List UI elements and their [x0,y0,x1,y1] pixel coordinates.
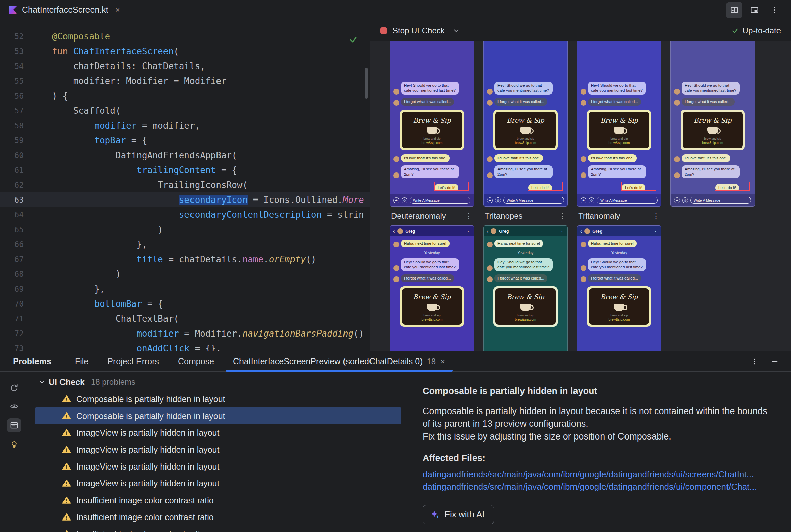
code-line[interactable]: 71 ChatTextBar( [0,311,370,326]
code-line[interactable]: 65 ) [0,222,370,237]
phone-preview[interactable]: ‹Greg⋮Haha, next time for sure!Yesterday… [577,226,661,351]
problem-row[interactable]: Composable is partially hidden in layout [35,391,401,407]
tab-project-errors[interactable]: Project Errors [98,352,168,371]
code-line[interactable]: 54 chatDetails: ChatDetails, [0,59,370,74]
problem-row[interactable]: Insufficient image color contrast ratio [35,509,401,526]
split-editor-icon[interactable] [726,2,742,18]
more-vertical-icon[interactable]: ⋮ [560,229,564,234]
code-line[interactable]: 57 Scaffold( [0,103,370,118]
code-line[interactable]: 68 ) [0,267,370,282]
more-vertical-icon[interactable]: ⋮ [652,211,660,221]
chat-message: Haha, next time for sure! [393,240,471,247]
code-line[interactable]: 63 secondaryIcon = Icons.Outlined.More [0,192,370,207]
code-line[interactable]: 70 bottomBar = { [0,297,370,311]
tab-compose[interactable]: Compose [168,352,224,371]
phone-preview[interactable]: Hey! Should we go to that cafe you menti… [390,41,474,207]
preview-window-icon[interactable] [747,2,762,18]
tab-chatinterfacescreenpreview-sortedchatdetails-0[interactable]: ChatInterfaceScreenPreview (sortedChatDe… [224,352,455,371]
chat-message: Hey! Should we go to that cafe you menti… [487,82,564,95]
code-line[interactable]: 52@Composable [0,29,370,44]
tab-file[interactable]: File [66,352,98,371]
more-vertical-icon[interactable] [767,2,783,18]
problem-row[interactable]: Insufficient image color contrast ratio [35,492,401,509]
inspections-ok-icon[interactable] [349,35,358,46]
problem-row[interactable]: ImageView is partially hidden in layout [35,441,401,458]
add-icon[interactable]: + [393,197,399,203]
editor-scrollbar[interactable] [365,68,368,99]
ui-check-issue-highlight: Let's do it! [434,182,469,191]
code-line[interactable]: 62 TrailingIconsRow( [0,177,370,192]
code-line[interactable]: 58 modifier = modifier, [0,118,370,133]
emoji-icon[interactable]: ☺ [402,197,407,203]
add-icon[interactable]: + [581,197,586,203]
tab-problems[interactable]: Problems [3,352,61,371]
problem-row[interactable]: Insufficient text color contrast ratio [35,526,401,532]
more-vertical-icon[interactable]: ⋮ [653,229,658,234]
chat-header: ‹Greg⋮ [390,226,474,236]
problem-row[interactable]: Composable is partially hidden in layout [35,407,401,424]
message-input[interactable]: Write A Message [503,197,564,204]
chevron-down-icon[interactable] [450,25,462,37]
back-icon[interactable]: ‹ [487,229,489,234]
fix-with-ai-button[interactable]: Fix with AI [423,505,494,524]
refresh-icon[interactable] [7,380,21,395]
problem-row[interactable]: ImageView is partially hidden in layout [35,475,401,492]
warning-icon [62,479,71,488]
phone-preview[interactable]: Hey! Should we go to that cafe you menti… [577,41,661,207]
code-line[interactable]: 73 onAddClick = {}, [0,341,370,351]
line-number: 70 [0,297,36,311]
back-icon[interactable]: ‹ [580,229,582,234]
problem-row[interactable]: ImageView is partially hidden in layout [35,458,401,475]
code-line[interactable]: 59 topBar = { [0,133,370,148]
affected-file-link[interactable]: datingandfriends/src/main/java/com/ibm/g… [423,468,776,481]
phone-preview[interactable]: ‹Greg⋮Haha, next time for sure!Yesterday… [390,226,474,351]
code-line[interactable]: 53fun ChatInterfaceScreen( [0,44,370,59]
ui-check-group-row[interactable]: UI Check 18 problems [35,374,410,391]
code-line[interactable]: 67 title = chatDetails.name.orEmpty() [0,252,370,267]
affected-file-link[interactable]: datingandfriends/src/main/java/com/ibm/g… [423,481,776,494]
stop-ui-check-button[interactable]: Stop UI Check [380,26,445,35]
line-number: 63 [0,192,36,207]
code-line[interactable]: 69 }, [0,282,370,297]
message-input[interactable]: Write A Message [597,197,658,204]
code-text: bottomBar = { [36,297,163,311]
code-line[interactable]: 66 }, [0,237,370,252]
emoji-icon[interactable]: ☺ [589,197,594,203]
close-tab-icon[interactable]: × [115,5,120,15]
coffee-card-url: brew&sip.com [592,318,646,321]
code-line[interactable]: 64 secondaryContentDescription = strin [0,207,370,222]
problem-row[interactable]: ImageView is partially hidden in layout [35,424,401,441]
code-line[interactable]: 56) { [0,89,370,103]
code-editor[interactable]: 52@Composable53fun ChatInterfaceScreen(5… [0,20,370,351]
more-vertical-icon[interactable]: ⋮ [466,229,471,234]
code-line[interactable]: 60 DatingAndFriendsAppBar( [0,148,370,163]
emoji-icon[interactable]: ☺ [495,197,501,203]
add-icon[interactable]: + [487,197,493,203]
editor-tab[interactable]: ChatInterfaceScreen.kt × [0,0,129,20]
code-line[interactable]: 55 modifier: Modifier = Modifier [0,74,370,89]
more-vertical-icon[interactable]: ⋮ [558,211,566,221]
details-view-icon[interactable] [7,418,21,432]
more-vertical-icon[interactable]: ⋮ [465,211,473,221]
message-input[interactable]: Write A Message [410,197,471,204]
minimize-icon[interactable] [767,354,782,369]
emoji-icon[interactable]: ☺ [682,197,688,203]
avatar [581,89,586,95]
date-divider: Yesterday [581,251,658,255]
line-number: 59 [0,133,36,148]
close-icon[interactable]: × [440,357,445,366]
back-icon[interactable]: ‹ [393,229,395,234]
line-number: 52 [0,29,36,44]
phone-preview[interactable]: ‹Greg⋮Haha, next time for sure!Yesterday… [483,226,568,351]
chat-message: I forgot what it was called... [581,98,658,106]
add-icon[interactable]: + [674,197,680,203]
eye-icon[interactable] [7,399,21,414]
more-vertical-icon[interactable] [747,354,762,369]
phone-preview[interactable]: Hey! Should we go to that cafe you menti… [483,41,568,207]
phone-preview[interactable]: Hey! Should we go to that cafe you menti… [670,41,755,207]
code-line[interactable]: 72 modifier = Modifier.navigationBarsPad… [0,326,370,341]
lightbulb-icon[interactable] [7,437,21,451]
message-input[interactable]: Write A Message [691,197,751,204]
code-line[interactable]: 61 trailingContent = { [0,163,370,177]
list-icon[interactable] [706,2,722,18]
